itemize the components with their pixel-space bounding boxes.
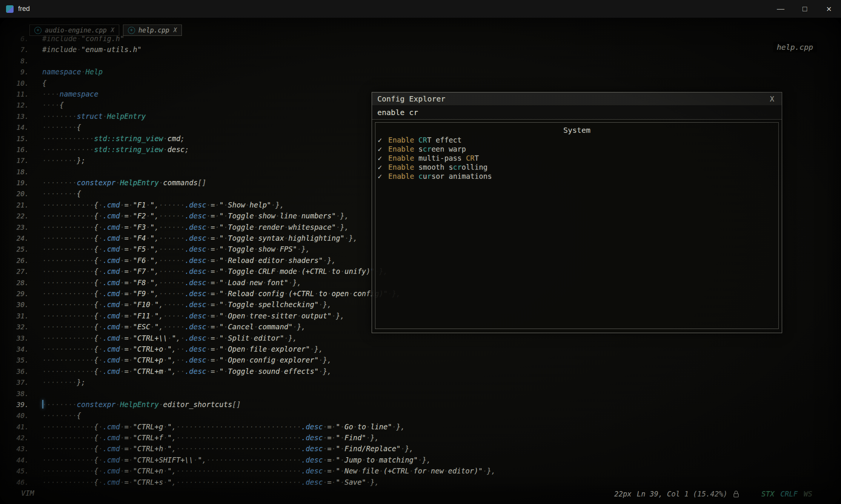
tab-label: audio-engine.cpp [45, 26, 107, 34]
tab-help-cpp[interactable]: +help.cppX [123, 25, 182, 36]
checkbox-checked-icon: ✓ [378, 172, 388, 181]
lock-icon[interactable] [733, 490, 740, 498]
config-explorer-titlebar: Config Explorer X [372, 92, 782, 105]
cursor-position-indicator: Ln 39, Col 1 (15.42%) [637, 490, 727, 498]
status-flags: STXCRLFWS [761, 490, 812, 498]
config-item[interactable]: ✓Enable cursor animations [375, 172, 778, 181]
line-number: 7. [0, 44, 29, 55]
line-number: 43. [0, 443, 29, 454]
line-number: 42. [0, 432, 29, 443]
code-line-text: ········constexpr·HelpEntry·commands[] [29, 177, 206, 188]
line-number: 16. [0, 144, 29, 155]
config-item[interactable]: ✓Enable smooth scrolling [375, 163, 778, 172]
line-number: 24. [0, 233, 29, 244]
config-item-label-part: u [423, 172, 427, 181]
code-line[interactable]: 42.············{·.cmd·=·"CTRL+f·",······… [0, 432, 841, 443]
line-number: 6. [0, 33, 29, 44]
line-number: 26. [0, 255, 29, 266]
line-number: 33. [0, 333, 29, 344]
line-number: 39. [0, 399, 29, 410]
app-icon [6, 5, 14, 13]
code-line[interactable]: 33.············{·.cmd·=·"CTRL+\\·",·.des… [0, 333, 841, 344]
config-item[interactable]: ✓Enable multi-pass CRT [375, 154, 778, 163]
line-number: 13. [0, 111, 29, 122]
tab-audio-engine-cpp[interactable]: +audio-engine.cppX [29, 25, 119, 36]
config-item[interactable]: ✓Enable CRT effect [375, 135, 778, 144]
config-item-label-part: CR [466, 154, 475, 163]
code-line-text: ············{·.cmd·=·"F5·",······.desc·=… [29, 244, 310, 255]
line-number: 14. [0, 122, 29, 133]
code-line[interactable]: 45.············{·.cmd·=·"CTRL+n·",······… [0, 466, 841, 476]
config-item-label-part: cr [423, 144, 432, 154]
code-line-text: ············{·.cmd·=·"F2·",······.desc·=… [29, 211, 349, 221]
close-window-button[interactable]: × [817, 0, 841, 18]
line-number: 10. [0, 78, 29, 89]
code-line[interactable]: 41.············{·.cmd·=·"CTRL+g·",······… [0, 421, 841, 432]
checkbox-checked-icon: ✓ [378, 163, 388, 172]
code-line[interactable]: 35.············{·.cmd·=·"CTRL+p·",··.des… [0, 355, 841, 366]
code-line[interactable]: 40.········{ [0, 410, 841, 421]
code-line-text: ············std::string_view·cmd; [29, 133, 185, 144]
code-line-text: ············{·.cmd·=·"ESC·",·····.desc·=… [29, 321, 306, 332]
code-line[interactable]: 34.············{·.cmd·=·"CTRL+o·",··.des… [0, 344, 841, 355]
code-line-text: ············{·.cmd·=·"F11·",·····.desc·=… [29, 310, 344, 321]
code-line-text: ············{·.cmd·=·"F6·",······.desc·=… [29, 255, 336, 266]
config-search-input[interactable]: enable cr [372, 105, 782, 120]
code-line-text: ············{·.cmd·=·"CTRL+n·",·········… [29, 466, 495, 476]
config-section-header: System [375, 125, 778, 135]
cpp-file-icon: + [34, 27, 42, 34]
config-items: ✓Enable CRT effect✓Enable screen warp✓En… [375, 135, 778, 181]
config-item-label-part: een warp [431, 144, 466, 154]
maximize-button[interactable]: □ [793, 0, 817, 18]
code-line[interactable]: 8. [0, 55, 841, 66]
code-line-text: ········{ [29, 410, 81, 421]
line-number: 12. [0, 100, 29, 111]
line-number: 29. [0, 288, 29, 299]
config-item-label-part: T effect [427, 135, 462, 144]
window-controls: — □ × [769, 0, 841, 18]
code-line-text: ············{·.cmd·=·"F4·",······.desc·=… [29, 233, 357, 244]
code-line-text [29, 388, 42, 399]
status-bar: 22px Ln 39, Col 1 (15.42%) STXCRLFWS [614, 490, 812, 498]
code-line[interactable]: 37.········}; [0, 377, 841, 388]
line-number: 11. [0, 89, 29, 100]
config-item-label-part: multi-pass [418, 154, 466, 163]
code-line[interactable]: 36.············{·.cmd·=·"CTRL+m·",··.des… [0, 366, 841, 377]
code-line[interactable]: 38. [0, 388, 841, 399]
config-item[interactable]: ✓Enable screen warp [375, 144, 778, 154]
code-line-text: ············{·.cmd·=·"CTRL+g·",·········… [29, 421, 405, 432]
code-line-text: ········{ [29, 122, 81, 133]
line-number: 46. [0, 477, 29, 488]
code-line-text: ········}; [29, 377, 85, 388]
line-number: 30. [0, 299, 29, 310]
line-number: 20. [0, 188, 29, 199]
config-item-label-part: Enable [388, 154, 418, 163]
status-flag-stx: STX [761, 490, 774, 498]
tab-close-icon[interactable]: X [174, 27, 177, 34]
code-line[interactable]: 9.namespace·Help [0, 66, 841, 77]
line-number: 41. [0, 421, 29, 432]
line-number: 44. [0, 455, 29, 466]
line-number: 25. [0, 244, 29, 255]
code-line[interactable]: 10.{ [0, 78, 841, 89]
config-explorer-dialog: Config Explorer X enable cr System ✓Enab… [372, 92, 782, 333]
tab-close-icon[interactable]: X [111, 27, 114, 34]
code-line[interactable]: 44.············{·.cmd·=·"CTRL+SHIFT+\\·"… [0, 455, 841, 466]
code-line[interactable]: 7.#include·"enum-utils.h" [0, 44, 841, 55]
line-number: 17. [0, 155, 29, 166]
code-line-text: ············{·.cmd·=·"F1·",······.desc·=… [29, 200, 284, 211]
tab-bar: +audio-engine.cppX+help.cppX [29, 25, 182, 36]
line-number: 40. [0, 410, 29, 421]
config-item-label-part: r [427, 172, 431, 181]
dialog-close-button[interactable]: X [768, 95, 776, 103]
code-line[interactable]: 39.········constexpr·HelpEntry·editor_sh… [0, 399, 841, 410]
code-line[interactable]: 46.············{·.cmd·=·"CTRL+s·",······… [0, 477, 841, 488]
code-line-text: ············{·.cmd·=·"F9·",······.desc·=… [29, 288, 401, 299]
code-line-text: ············{·.cmd·=·"CTRL+p·",··.desc·=… [29, 355, 332, 366]
minimize-button[interactable]: — [769, 0, 793, 18]
line-number: 31. [0, 310, 29, 321]
config-item-label-part: smooth s [418, 163, 453, 172]
code-line[interactable]: 43.············{·.cmd·=·"CTRL+h·",······… [0, 443, 841, 454]
code-line-text: ············{·.cmd·=·"CTRL+SHIFT+\\·",··… [29, 455, 431, 466]
code-line-text: ············{·.cmd·=·"F10·",·····.desc·=… [29, 299, 332, 310]
